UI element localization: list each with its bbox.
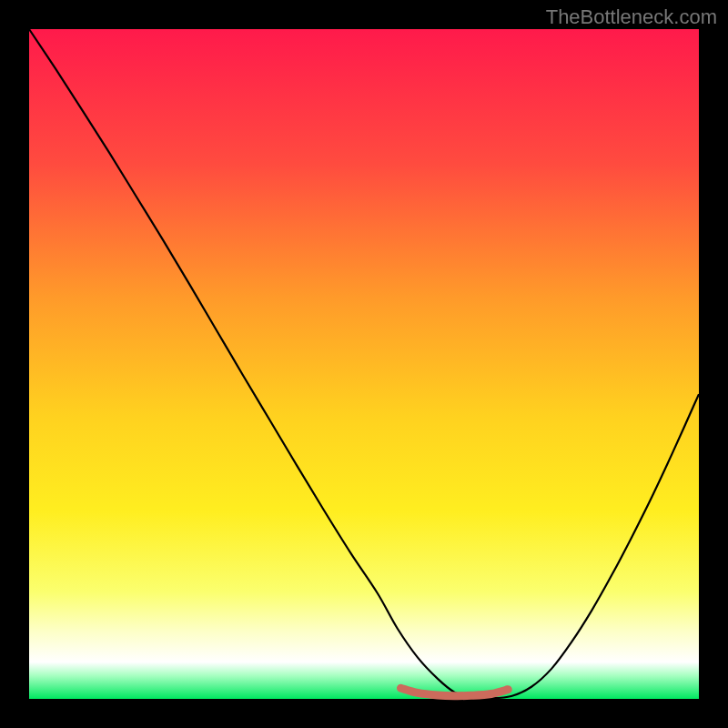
watermark-text: TheBottleneck.com bbox=[546, 5, 717, 29]
bottleneck-chart: TheBottleneck.com bbox=[0, 0, 728, 728]
chart-svg bbox=[0, 0, 728, 728]
